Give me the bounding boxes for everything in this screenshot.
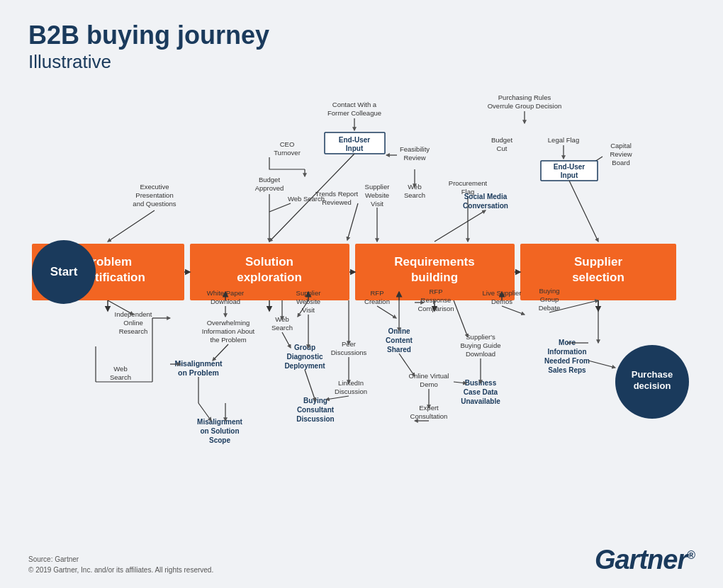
svg-text:Start: Start bbox=[50, 265, 78, 278]
svg-text:LinkedIn: LinkedIn bbox=[338, 379, 364, 387]
svg-text:CEO: CEO bbox=[280, 140, 295, 148]
svg-text:Unavailable: Unavailable bbox=[461, 397, 500, 405]
svg-text:Supplier: Supplier bbox=[365, 183, 390, 191]
svg-text:Creation: Creation bbox=[364, 298, 390, 305]
svg-text:Web: Web bbox=[408, 183, 421, 191]
svg-text:and Questions: and Questions bbox=[133, 200, 176, 208]
svg-point-12 bbox=[32, 240, 96, 304]
svg-text:Demo: Demo bbox=[420, 380, 437, 388]
svg-text:Input: Input bbox=[561, 171, 578, 179]
svg-text:Case Data: Case Data bbox=[464, 388, 498, 396]
svg-line-134 bbox=[399, 354, 415, 376]
svg-text:Approved: Approved bbox=[255, 184, 284, 192]
svg-text:Consultation: Consultation bbox=[410, 412, 448, 420]
svg-text:Consultant: Consultant bbox=[297, 406, 335, 414]
svg-text:Executive: Executive bbox=[140, 183, 169, 191]
svg-text:Problem: Problem bbox=[84, 255, 132, 268]
svg-text:Legal Flag: Legal Flag bbox=[548, 136, 579, 144]
svg-text:Review: Review bbox=[403, 154, 425, 162]
svg-text:Live Supplier: Live Supplier bbox=[483, 289, 522, 297]
svg-text:Shared: Shared bbox=[387, 346, 411, 354]
svg-text:Contact With a: Contact With a bbox=[332, 101, 377, 108]
svg-rect-0 bbox=[32, 244, 184, 300]
svg-text:Flag: Flag bbox=[461, 188, 474, 196]
svg-line-108 bbox=[282, 332, 291, 348]
svg-text:on Problem: on Problem bbox=[178, 368, 219, 377]
svg-text:Requirements: Requirements bbox=[394, 255, 474, 268]
svg-text:Review: Review bbox=[610, 150, 632, 158]
svg-text:Discussions: Discussions bbox=[331, 349, 367, 356]
main-container: B2B buying journey Illustrative Problem … bbox=[0, 0, 723, 588]
svg-line-59 bbox=[588, 157, 602, 166]
svg-text:Expert: Expert bbox=[419, 404, 439, 412]
svg-text:Supplier's: Supplier's bbox=[466, 333, 495, 341]
svg-text:Information About: Information About bbox=[202, 327, 255, 335]
svg-text:Independent: Independent bbox=[115, 310, 152, 318]
svg-text:Web: Web bbox=[275, 315, 288, 323]
svg-line-120 bbox=[326, 396, 349, 400]
svg-text:Website: Website bbox=[365, 191, 389, 199]
svg-text:decision: decision bbox=[634, 380, 671, 391]
svg-text:Purchase: Purchase bbox=[632, 369, 673, 380]
svg-line-63 bbox=[569, 181, 598, 242]
svg-text:Web Search: Web Search bbox=[288, 195, 325, 203]
svg-rect-60 bbox=[541, 161, 598, 181]
svg-text:Budget: Budget bbox=[491, 136, 512, 144]
footer: Source: Gartner © 2019 Gartner, Inc. and… bbox=[28, 545, 695, 575]
svg-text:Buying: Buying bbox=[539, 287, 559, 295]
svg-text:selection: selection bbox=[572, 271, 624, 284]
svg-text:Social Media: Social Media bbox=[464, 193, 508, 200]
svg-line-146 bbox=[454, 382, 466, 383]
svg-text:Misalignment: Misalignment bbox=[174, 359, 223, 368]
svg-text:Online: Online bbox=[388, 327, 410, 335]
svg-text:Discussion: Discussion bbox=[296, 415, 334, 423]
diagram-area: Problem identification Solution explorat… bbox=[28, 84, 695, 495]
svg-text:RFP: RFP bbox=[371, 289, 384, 297]
svg-text:Purchasing Rules: Purchasing Rules bbox=[498, 94, 551, 101]
svg-text:Search: Search bbox=[271, 324, 293, 332]
svg-text:Web: Web bbox=[113, 365, 127, 373]
svg-text:Search: Search bbox=[404, 191, 425, 199]
svg-text:RFP: RFP bbox=[430, 288, 443, 295]
svg-text:on Solution: on Solution bbox=[201, 427, 240, 435]
svg-text:Visit: Visit bbox=[302, 306, 315, 314]
svg-text:Conversation: Conversation bbox=[463, 202, 508, 210]
svg-text:Discussion: Discussion bbox=[335, 388, 367, 395]
svg-text:Trends Report: Trends Report bbox=[315, 190, 359, 198]
page-title: B2B buying journey bbox=[28, 21, 695, 50]
svg-text:identification: identification bbox=[70, 271, 145, 284]
svg-text:Buying: Buying bbox=[303, 397, 327, 405]
svg-text:Capital: Capital bbox=[610, 142, 632, 149]
svg-text:Visit: Visit bbox=[371, 200, 383, 208]
svg-point-14 bbox=[615, 345, 689, 419]
svg-text:Budget: Budget bbox=[259, 176, 280, 183]
svg-line-20 bbox=[108, 210, 155, 242]
svg-line-73 bbox=[108, 300, 133, 315]
svg-text:Input: Input bbox=[346, 145, 364, 152]
svg-text:Misalignment: Misalignment bbox=[197, 418, 243, 426]
svg-line-142 bbox=[454, 300, 468, 337]
diagram-svg: Problem identification Solution explorat… bbox=[28, 84, 695, 495]
svg-text:Website: Website bbox=[296, 298, 320, 305]
svg-line-96 bbox=[198, 403, 211, 421]
svg-text:exploration: exploration bbox=[237, 271, 302, 284]
svg-text:Presentation: Presentation bbox=[135, 191, 173, 199]
svg-text:Reviewed: Reviewed bbox=[322, 198, 352, 206]
svg-text:Download: Download bbox=[211, 298, 240, 305]
svg-text:Board: Board bbox=[612, 159, 629, 166]
page-subtitle: Illustrative bbox=[28, 51, 695, 73]
svg-text:Procurement: Procurement bbox=[449, 179, 488, 187]
svg-text:Cut: Cut bbox=[497, 145, 508, 152]
svg-text:Information: Information bbox=[548, 348, 587, 356]
svg-text:Response: Response bbox=[421, 296, 452, 304]
svg-text:End-User: End-User bbox=[554, 163, 585, 171]
svg-line-28 bbox=[269, 203, 291, 212]
svg-text:Overwhelming: Overwhelming bbox=[207, 319, 250, 327]
svg-text:Former Colleague: Former Colleague bbox=[327, 109, 381, 117]
svg-line-113 bbox=[305, 370, 315, 401]
svg-text:Supplier: Supplier bbox=[574, 255, 622, 268]
svg-rect-32 bbox=[325, 132, 385, 154]
svg-text:Feasibility: Feasibility bbox=[400, 145, 430, 153]
svg-line-104 bbox=[298, 300, 308, 317]
svg-rect-3 bbox=[190, 244, 349, 300]
